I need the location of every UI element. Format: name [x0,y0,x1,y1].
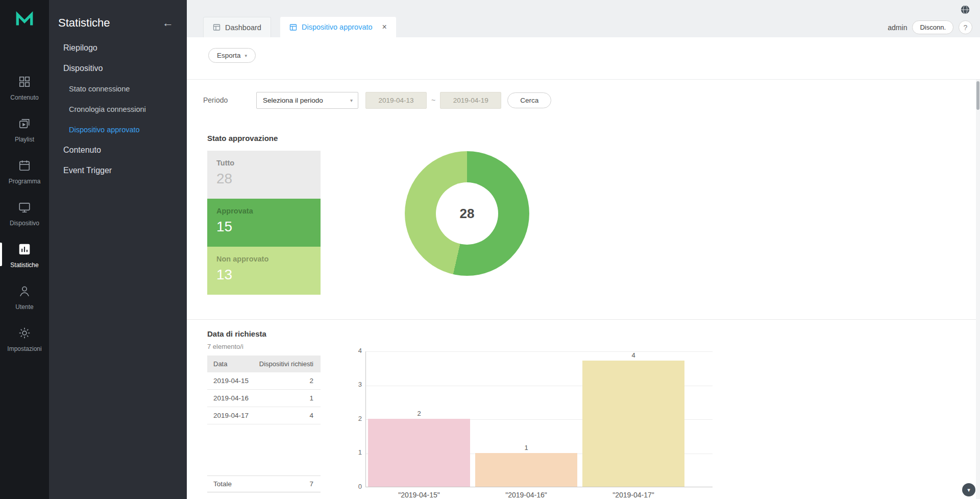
table-row[interactable]: 2019-04-15 2 [207,372,321,390]
app-logo[interactable] [15,10,34,32]
y-axis-tick: 2 [348,415,362,422]
y-axis-tick: 0 [348,483,362,490]
table-header: Data Dispositivi richiesti [207,355,321,372]
tab-dashboard[interactable]: Dashboard [203,17,271,37]
logout-button[interactable]: Disconn. [912,20,953,34]
bar-slot: 4 [582,351,684,487]
cell-value: 2 [309,377,321,385]
bar-slot: 1 [475,351,577,487]
table-total-row: Totale 7 [207,476,321,492]
vertical-scrollbar[interactable] [976,80,980,499]
sidebar-item-riepilogo[interactable]: Riepilogo [49,38,187,58]
approval-section-title: Stato approvazione [207,134,949,142]
export-button[interactable]: Esporta ▾ [208,48,256,63]
magicinfo-logo-icon [15,10,34,30]
rail-item-programma[interactable]: Programma [0,151,49,193]
user-area: admin Disconn. ? [888,20,972,34]
sidebar-item-contenuto[interactable]: Contenuto [49,140,187,160]
scroll-to-bottom-button[interactable]: ▾ [962,483,975,496]
filter-row: Periodo Seleziona il periodo ▾ ~ Cerca [187,80,980,121]
approval-status-section: Stato approvazione Tutto 28 Approvata 15… [207,134,949,295]
rail-item-label: Statistiche [10,262,38,269]
x-axis-label: "2019-04-15" [368,491,470,499]
rail-item-utente[interactable]: Utente [0,276,49,318]
playlist-icon [18,117,31,132]
toolbar: Esporta ▾ [187,37,980,80]
stat-value: 28 [216,171,311,187]
stat-box[interactable]: Non approvato 13 [207,247,321,295]
date-from-input[interactable] [365,92,427,109]
table-spacer [207,424,321,476]
section-divider [187,319,980,320]
stat-value: 13 [216,267,311,283]
period-select[interactable]: Seleziona il periodo ▾ [256,92,358,109]
cell-value: 4 [309,412,321,419]
statistics-sidebar: Statistiche ← Riepilogo Dispositivo Stat… [49,0,187,499]
bar-value-label: 4 [631,351,635,359]
collapse-sidebar-icon[interactable]: ← [162,17,174,29]
rail-item-label: Utente [15,303,33,311]
content-grid-icon [18,75,31,90]
rail-item-impostazioni[interactable]: Impostazioni [0,318,49,360]
cell-date: 2019-04-16 [207,394,309,402]
approval-row: Tutto 28 Approvata 15 Non approvato 13 2… [207,151,949,295]
bar-value-label: 2 [417,410,421,417]
table-row[interactable]: 2019-04-17 4 [207,407,321,424]
cell-date: 2019-04-15 [207,377,309,385]
language-globe-icon[interactable] [960,4,971,15]
y-axis-tick: 4 [348,347,362,354]
tab-dispositivo-approvato[interactable]: Dispositivo approvato × [280,17,396,37]
sidebar-item-cronologia-connessioni[interactable]: Cronologia connessioni [49,99,187,120]
approval-donut-chart: 28 [405,151,529,276]
dashboard-tab-icon [213,23,220,31]
x-axis-label: "2019-04-16" [475,491,577,499]
app-icon-rail: Contenuto Playlist Programma [0,0,49,499]
rail-item-contenuto[interactable]: Contenuto [0,67,49,109]
approval-stats: Tutto 28 Approvata 15 Non approvato 13 [207,151,321,295]
sidebar-item-dispositivo[interactable]: Dispositivo [49,58,187,79]
rail-item-statistiche[interactable]: Statistiche [0,234,49,276]
sidebar-title: Statistiche [58,16,110,30]
rail-item-label: Programma [9,178,41,185]
request-date-section: Data di richiesta 7 elemento/i Data Disp… [207,329,321,492]
y-axis-tick: 3 [348,381,362,388]
x-axis-label: "2019-04-17" [582,491,684,499]
stat-box[interactable]: Tutto 28 [207,151,321,199]
chevron-down-icon: ▾ [245,53,248,58]
monitor-icon [18,201,31,216]
sidebar-item-dispositivo-approvato[interactable]: Dispositivo approvato [49,120,187,140]
stat-label: Approvata [216,207,311,215]
request-section-title: Data di richiesta [207,329,321,338]
period-label: Periodo [203,96,256,104]
search-button[interactable]: Cerca [507,92,551,108]
stat-value: 15 [216,219,311,235]
request-date-table: Data Dispositivi richiesti 2019-04-15 2 … [207,355,321,492]
close-tab-icon[interactable]: × [382,23,387,31]
export-label: Esporta [217,52,241,59]
table-row[interactable]: 2019-04-16 1 [207,390,321,407]
rail-item-label: Contenuto [10,94,38,101]
rail-item-dispositivo[interactable]: Dispositivo [0,193,49,234]
stat-box[interactable]: Approvata 15 [207,199,321,247]
request-date-bar-chart: 4 3 2 1 0 2 1 4 "2019-04-15" "2019-04-16… [365,351,713,487]
sidebar-item-event-trigger[interactable]: Event Trigger [49,160,187,181]
bar[interactable] [582,361,684,487]
scrollbar-thumb[interactable] [976,81,979,110]
cell-value: 1 [309,394,321,402]
bar[interactable] [475,453,577,487]
date-range-separator: ~ [431,96,435,104]
chevron-down-icon: ▾ [350,98,353,103]
item-count: 7 elemento/i [207,343,321,350]
top-header: admin Disconn. ? Dashboard [187,0,980,37]
rail-item-label: Dispositivo [10,220,39,227]
column-header-data: Data [207,360,259,368]
tab-label: Dispositivo approvato [302,23,373,31]
tab-bar: Dashboard Dispositivo approvato × [203,17,396,37]
bar-value-label: 1 [524,444,528,452]
help-button[interactable]: ? [959,20,972,34]
date-to-input[interactable] [440,92,501,109]
approved-device-tab-icon [289,23,297,31]
bar[interactable] [368,419,470,487]
rail-item-playlist[interactable]: Playlist [0,109,49,151]
sidebar-item-stato-connessione[interactable]: Stato connessione [49,79,187,99]
